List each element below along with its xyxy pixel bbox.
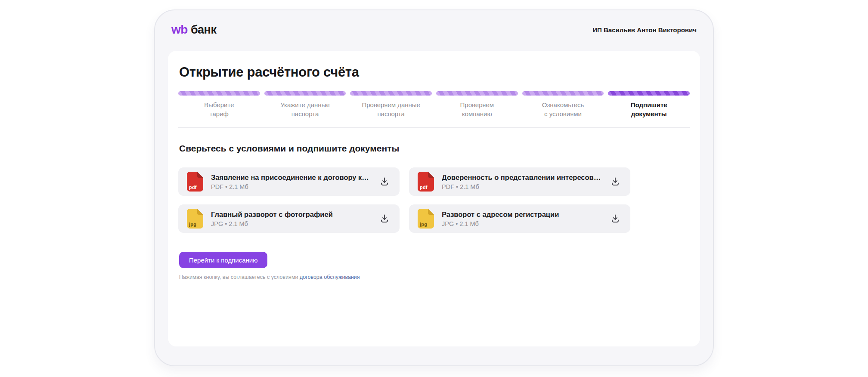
step-label-line2: тариф [210,110,229,117]
document-meta: JPG • 2.1 Мб [442,220,601,227]
download-icon[interactable] [378,175,391,188]
file-type-badge: jpg [189,222,196,227]
step-progress-bar [264,91,346,96]
document-card-passport-address-page[interactable]: jpg Разворот с адресом регистрации JPG •… [409,204,630,233]
step-choose-tariff: Выберитетариф [178,91,260,118]
document-title: Главный разворот с фотографией [211,210,370,219]
step-label-line1: Проверяем [460,101,494,108]
document-title: Разворот с адресом регистрации [442,210,601,219]
step-progress-bar [178,91,260,96]
step-label-line2: с условиями [544,110,582,117]
file-type-badge: jpg [420,222,427,227]
progress-stepper: Выберитетариф Укажите данныепаспорта Про… [178,91,690,128]
step-label-line1: Укажите данные [280,101,330,108]
logo-wb-mark: wb [171,23,188,37]
section-heading: Сверьтесь с условиями и подпишите докуме… [179,143,690,154]
step-label-line1: Подпишите [631,101,667,108]
step-label-line2: компанию [462,110,492,117]
step-progress-bar [350,91,432,96]
step-review-terms: Ознакомьтесьс условиями [522,91,604,118]
document-card-power-of-attorney[interactable]: pdf Доверенность о представлении интерес… [409,167,630,196]
jpg-file-icon: jpg [418,209,434,229]
service-agreement-link[interactable]: договора обслуживания [300,274,360,280]
step-sign-documents-active: Подпишитедокументы [608,91,690,118]
download-icon[interactable] [609,175,622,188]
step-label-line2: паспорта [377,110,405,117]
document-meta: PDF • 2.1 Мб [211,183,370,190]
document-title: Доверенность о представлении интересов К… [442,173,601,182]
step-label-line1: Ознакомьтесь [542,101,584,108]
disclaimer-text: Нажимая кнопку, вы соглашаетесь с услови… [179,274,690,280]
disclaimer-static-text: Нажимая кнопку, вы соглашаетесь с услови… [179,274,300,280]
step-label-line2: паспорта [291,110,319,117]
step-passport-check: Проверяем данныепаспорта [350,91,432,118]
pdf-file-icon: pdf [418,172,434,192]
document-meta: PDF • 2.1 Мб [442,183,601,190]
download-icon[interactable] [609,212,622,225]
document-card-application[interactable]: pdf Заявление на присоединение к договор… [178,167,400,196]
documents-grid: pdf Заявление на присоединение к договор… [178,167,690,233]
download-icon[interactable] [378,212,391,225]
step-progress-bar [522,91,604,96]
logo-bank-word: банк [191,23,217,37]
step-progress-bar [608,91,690,96]
current-user-name: ИП Васильев Антон Викторович [592,26,697,34]
header: wb банк ИП Васильев Антон Викторович [155,10,713,46]
proceed-to-signing-button[interactable]: Перейти к подписанию [179,252,267,268]
file-type-badge: pdf [420,185,428,190]
step-label-line1: Выберите [204,101,234,108]
file-type-badge: pdf [189,185,197,190]
step-progress-bar [436,91,518,96]
document-meta: JPG • 2.1 Мб [211,220,370,227]
step-label-line2: документы [631,110,667,117]
pdf-file-icon: pdf [187,172,203,192]
page-title: Открытие расчётного счёта [179,65,690,80]
document-card-passport-main-page[interactable]: jpg Главный разворот с фотографией JPG •… [178,204,400,233]
jpg-file-icon: jpg [187,209,203,229]
app-window: wb банк ИП Васильев Антон Викторович Отк… [154,9,714,366]
step-label-line1: Проверяем данные [362,101,420,108]
step-passport-data: Укажите данныепаспорта [264,91,346,118]
wb-bank-logo: wb банк [171,23,216,37]
document-title: Заявление на присоединение к договору ко… [211,173,370,182]
step-company-check: Проверяемкомпанию [436,91,518,118]
content-panel: Открытие расчётного счёта Выберитетариф … [168,51,700,346]
